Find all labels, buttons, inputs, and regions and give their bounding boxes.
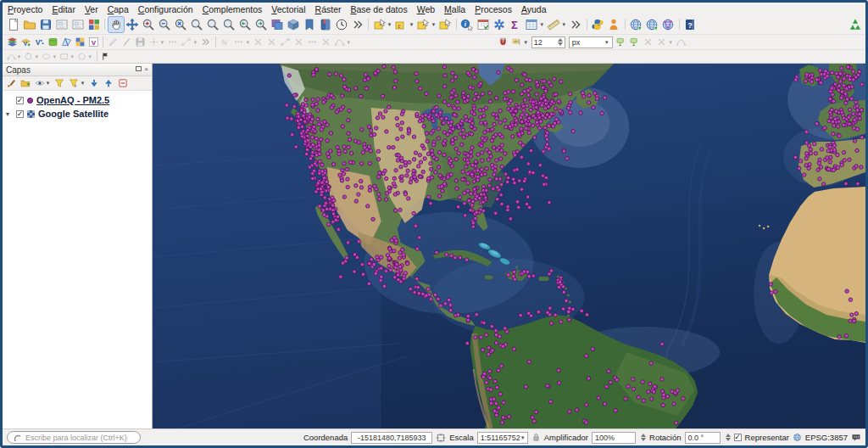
label-font-unit-combo[interactable]: px▼: [569, 36, 613, 48]
coordinate-value[interactable]: -15181480,7185933: [351, 432, 432, 444]
new-virtual-layer-button[interactable]: [87, 36, 100, 48]
menu-base-de-datos[interactable]: Base de datos: [350, 4, 407, 14]
rotation-spin-arrows[interactable]: [726, 434, 731, 441]
label-options-button[interactable]: ▼: [510, 36, 529, 48]
help-contents-button[interactable]: [682, 17, 698, 32]
toolbar-overflow-button[interactable]: [350, 17, 365, 32]
menu-capa[interactable]: Capa: [108, 4, 129, 14]
crs-globe-icon[interactable]: [793, 433, 802, 442]
crs-label[interactable]: EPSG:3857: [805, 433, 848, 442]
zoom-to-selection-button[interactable]: [189, 17, 204, 32]
collapse-all-button[interactable]: [103, 77, 114, 89]
locator-search[interactable]: [7, 431, 141, 444]
panel-close-icon[interactable]: ×: [144, 66, 148, 73]
filter-legend-button[interactable]: [53, 77, 65, 89]
magnifier-spinbox[interactable]: 100%: [592, 432, 636, 444]
metasearch-button[interactable]: [660, 17, 676, 32]
expander-icon[interactable]: ▾: [3, 110, 13, 118]
statistical-summary-button[interactable]: [508, 17, 523, 32]
expand-all-button[interactable]: [88, 77, 100, 89]
scale-combo[interactable]: 1:51165752▼: [477, 432, 528, 444]
manage-map-themes-button[interactable]: ▼: [34, 77, 52, 89]
zoom-native-button[interactable]: [221, 17, 236, 32]
plugin-green-button[interactable]: [848, 17, 863, 32]
field-calculator-button[interactable]: [476, 17, 491, 32]
menu-procesos[interactable]: Procesos: [475, 4, 512, 14]
layer-labeling-options-button[interactable]: [615, 36, 627, 48]
menu-configuraci-n[interactable]: Configuración: [138, 4, 193, 14]
select-by-form-button[interactable]: [437, 17, 453, 32]
add-group-button[interactable]: [19, 77, 31, 89]
add-raster-layer-button[interactable]: [74, 36, 86, 48]
measure-button[interactable]: ▼: [546, 17, 567, 32]
layer-checkbox[interactable]: ✓: [16, 110, 24, 118]
show-layout-manager-button[interactable]: [70, 17, 86, 32]
render-checkbox[interactable]: ✓: [734, 434, 742, 441]
open-attribute-table-button[interactable]: ▼: [524, 17, 545, 32]
data-source-manager-button[interactable]: [6, 36, 19, 48]
dropdown-caret-icon: ▼: [70, 54, 75, 59]
rotation-spinbox[interactable]: 0.0 °: [685, 432, 721, 444]
menu-proyecto[interactable]: Proyecto: [8, 4, 42, 14]
open-project-button[interactable]: [22, 17, 37, 32]
processing-toolbox-button[interactable]: [492, 17, 507, 32]
menu-vectorial[interactable]: Vectorial: [271, 4, 305, 14]
new-project-button[interactable]: [6, 17, 21, 32]
lock-icon[interactable]: [531, 433, 541, 442]
python-console-button[interactable]: [590, 17, 605, 32]
magnifier-spin-arrows[interactable]: [641, 434, 646, 441]
quickmapservices-search-button[interactable]: [644, 17, 659, 32]
show-bookmarks-button[interactable]: [318, 17, 333, 32]
panel-float-icon[interactable]: [136, 66, 142, 73]
open-layer-styling-panel-button[interactable]: [5, 77, 17, 89]
quickmapservices-button[interactable]: [628, 17, 643, 32]
layer-label[interactable]: OpenAQ - PM2.5: [36, 95, 109, 105]
toggle-snapping-button[interactable]: [497, 36, 509, 48]
map-canvas[interactable]: [153, 64, 865, 428]
locator-input[interactable]: [24, 433, 135, 443]
new-geopackage-layer-button[interactable]: [47, 36, 59, 48]
pan-to-selection-button[interactable]: [125, 17, 140, 32]
menu-complementos[interactable]: Complementos: [203, 4, 263, 14]
osm-place-search-button[interactable]: [606, 17, 621, 32]
layer-row-openaq-pm2-5[interactable]: ✓OpenAQ - PM2.5: [3, 93, 152, 107]
menu-r-ster[interactable]: Ráster: [315, 4, 342, 14]
layer-label[interactable]: Google Satellite: [38, 109, 108, 119]
new-print-layout-button[interactable]: [54, 17, 70, 32]
menu-web[interactable]: Web: [417, 4, 435, 14]
menu-ver[interactable]: Ver: [85, 4, 98, 14]
add-mesh-layer-button[interactable]: [60, 36, 73, 48]
filter-legend-by-expression-button[interactable]: ▼: [68, 77, 86, 89]
remove-layer-button[interactable]: [117, 77, 129, 89]
messages-icon[interactable]: [851, 433, 861, 443]
layer-row-google-satellite[interactable]: ▾✓Google Satellite: [3, 107, 152, 120]
save-project-button[interactable]: [38, 17, 53, 32]
menu-malla[interactable]: Malla: [444, 4, 465, 14]
extents-icon[interactable]: [436, 433, 446, 443]
label-font-size-spinbox[interactable]: 12: [531, 36, 565, 48]
zoom-to-layer-button[interactable]: [205, 17, 220, 32]
layer-diagram-options-button[interactable]: [628, 36, 641, 48]
new-spatial-bookmark-button[interactable]: [302, 17, 317, 32]
select-by-expression-button[interactable]: ▼: [393, 17, 415, 32]
zoom-last-button[interactable]: [237, 17, 253, 32]
style-manager-button[interactable]: [86, 17, 102, 32]
add-vector-layer-button[interactable]: [19, 36, 32, 48]
zoom-next-button[interactable]: [253, 17, 269, 32]
menu-ayuda[interactable]: Ayuda: [521, 4, 547, 14]
zoom-full-button[interactable]: [173, 17, 188, 32]
pan-map-button[interactable]: [108, 17, 124, 32]
select-features-button[interactable]: ▼: [372, 17, 393, 32]
layer-checkbox[interactable]: ✓: [16, 97, 24, 104]
annotation-toolbar-button[interactable]: [100, 51, 111, 62]
identify-features-button[interactable]: [459, 17, 475, 32]
zoom-out-button[interactable]: [157, 17, 172, 32]
new-3d-map-view-button[interactable]: [286, 17, 301, 32]
deselect-features-button[interactable]: ▼: [415, 17, 437, 32]
toolbar-overflow-2-button[interactable]: [568, 17, 583, 32]
zoom-in-button[interactable]: [141, 17, 156, 32]
temporal-controller-button[interactable]: [334, 17, 349, 32]
menu-editar[interactable]: Editar: [52, 4, 75, 14]
new-shapefile-layer-button[interactable]: [33, 36, 46, 48]
new-map-view-button[interactable]: [270, 17, 285, 32]
